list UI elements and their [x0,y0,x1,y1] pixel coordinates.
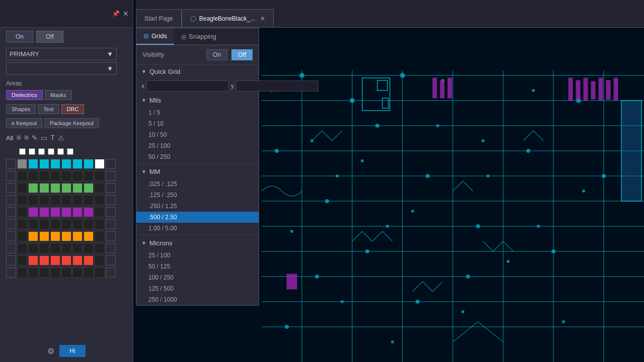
icon-box[interactable]: ▭ [41,134,47,142]
swatch-dark-g1[interactable] [17,183,27,193]
so0[interactable] [17,231,27,241]
grid-vis-on-button[interactable]: On [206,49,227,60]
sp0[interactable] [17,207,27,217]
sd4-7[interactable] [84,243,94,253]
y-input[interactable] [236,80,318,92]
sd8[interactable] [95,195,105,205]
microns-item-0[interactable]: 25 / 100 [136,250,259,261]
swatch-orange-4[interactable] [61,231,71,241]
mils-header[interactable]: ▼ Mils [136,94,259,107]
swatch-dark-7[interactable] [84,171,94,181]
visibility-on-button[interactable]: On [6,31,33,43]
swatch-cyan-6[interactable] [84,159,94,169]
text-button[interactable]: Text [38,104,59,114]
mils-item-4[interactable]: 50 / 250 [136,151,259,162]
swatch-dark-g2[interactable] [95,183,105,193]
swatch-purple-1[interactable] [28,207,38,217]
swatch-purple-5[interactable] [72,207,83,217]
swatch-green-6[interactable] [84,183,94,193]
swatch-cyan-1[interactable] [28,159,38,169]
dielectrics-button[interactable]: Dielectrics [6,90,43,100]
swatch-orange-1[interactable] [28,231,38,241]
sd4-6[interactable] [72,243,83,253]
checkbox-1[interactable] [19,148,26,155]
checkbox-3[interactable] [38,148,45,155]
keepout-button[interactable]: e Keepout [6,118,42,128]
sd3-1[interactable] [17,219,27,229]
snapping-tab[interactable]: ◎ Snapping [174,28,223,45]
sd1[interactable] [17,195,27,205]
swatch-cyan-2[interactable] [39,159,49,169]
sd3-7[interactable] [84,219,94,229]
sd7[interactable] [84,195,94,205]
mils-item-3[interactable]: 25 / 100 [136,140,259,151]
sp7[interactable] [95,207,105,217]
swatch-cyan-3[interactable] [50,159,60,169]
sd4-4[interactable] [50,243,60,253]
quick-grid-header[interactable]: ▼ Quick Grid [136,65,259,78]
sd4-5[interactable] [61,243,71,253]
grid-vis-off-button[interactable]: Off [231,49,253,60]
sd3-3[interactable] [39,219,49,229]
swatch-check-orange[interactable] [6,231,16,241]
sd5-5[interactable] [61,267,71,278]
mm-item-2[interactable]: .250 / 1.25 [136,201,259,212]
tab-beaglebone[interactable]: ⬡ BeagleBoneBlack_... ✕ [182,9,274,27]
sd4-8[interactable] [95,243,105,253]
sd3-2[interactable] [28,219,38,229]
swatch-purple-2[interactable] [39,207,49,217]
swatch-check-d2-end[interactable] [106,195,116,205]
checkbox-5[interactable] [57,148,64,155]
swatch-check-gray[interactable] [6,159,16,169]
microns-header[interactable]: ▼ Microns [136,236,259,250]
sd4-1[interactable] [17,243,27,253]
checkbox-2[interactable] [29,148,35,155]
mils-item-2[interactable]: 10 / 50 [136,129,259,140]
swatch-cyan-4[interactable] [61,159,71,169]
swatch-dark-6[interactable] [72,171,83,181]
shapes-button[interactable]: Shapes [6,104,36,114]
swatch-purple-4[interactable] [61,207,71,217]
swatch-check-purple[interactable] [6,207,16,217]
sd5-8[interactable] [95,267,105,278]
sd5-2[interactable] [28,267,38,278]
swatch-white[interactable] [95,159,105,169]
swatch-green-4[interactable] [61,183,71,193]
close-tab-icon[interactable]: ✕ [260,15,265,22]
swatch-dark-5[interactable] [61,171,71,181]
swatch-green-1[interactable] [28,183,38,193]
hi-button[interactable]: Hi [59,345,85,357]
grids-tab[interactable]: ⊞ Grids [136,28,174,45]
swatch-gray[interactable] [17,159,27,169]
swatch-check-d3-end[interactable] [106,219,116,229]
sd3-5[interactable] [61,219,71,229]
swatch-check-green[interactable] [6,183,16,193]
swatch-check-red[interactable] [6,255,16,265]
drc-button[interactable]: DRC [61,104,85,114]
icon-strikethrough[interactable]: ≡ [24,133,29,142]
x-input[interactable] [146,80,229,92]
swatch-dark-4[interactable] [50,171,60,181]
pin-icon[interactable]: 📌 [112,10,120,17]
layer-dropdown-2[interactable]: ▼ [6,62,117,75]
microns-item-3[interactable]: 125 / 500 [136,283,259,294]
swatch-check-end[interactable] [106,159,116,169]
sd4[interactable] [50,195,60,205]
swatch-check-dark2[interactable] [6,195,16,205]
icon-text-T[interactable]: T [50,134,55,142]
checkbox-4[interactable] [48,148,54,155]
sd6[interactable] [72,195,83,205]
sr0[interactable] [17,255,27,265]
swatch-check-red-end[interactable] [106,255,116,265]
swatch-check-dark3[interactable] [6,219,16,229]
sd3-8[interactable] [95,219,105,229]
swatch-check-dark[interactable] [6,171,16,181]
mils-item-1[interactable]: 5 / 10 [136,118,259,129]
sd5-4[interactable] [50,267,60,278]
sd4-3[interactable] [39,243,49,253]
swatch-dark-2[interactable] [28,171,38,181]
swatch-check-green-end[interactable] [106,183,116,193]
swatch-green-5[interactable] [72,183,83,193]
swatch-red-5[interactable] [72,255,83,265]
microns-item-4[interactable]: 250 / 1000 [136,294,259,305]
